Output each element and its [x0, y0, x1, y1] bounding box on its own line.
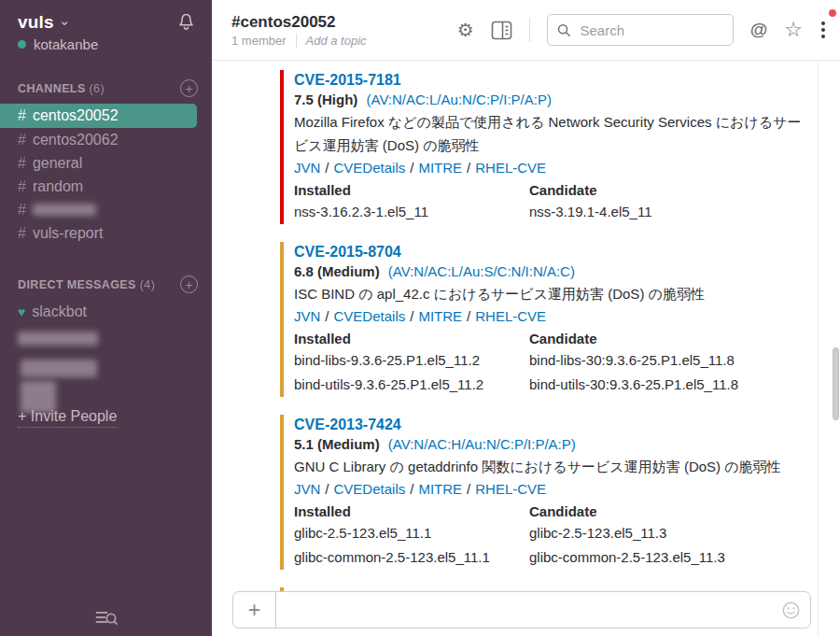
member-count[interactable]: 1 member: [231, 34, 287, 48]
reference-links: JVN/CVEDetails/MITRE/RHEL-CVE: [294, 478, 818, 500]
channel-label: general: [33, 155, 82, 172]
mitre-link[interactable]: MITRE: [418, 481, 462, 497]
invite-people-link[interactable]: + Invite People: [18, 408, 117, 428]
installed-package: bind-utils-9.3.6-25.P1.el5_11.2: [294, 373, 529, 397]
emoji-picker-icon[interactable]: [781, 601, 801, 620]
list-search-icon: [93, 607, 119, 629]
cve-id-link[interactable]: CVE-2013-7424: [294, 415, 401, 434]
attach-file-button[interactable]: +: [233, 592, 276, 628]
add-dm-icon[interactable]: +: [180, 276, 198, 293]
jvn-link[interactable]: JVN: [294, 160, 320, 176]
scrollbar-track: [818, 62, 819, 636]
channel-browser-search-icon[interactable]: [93, 607, 119, 632]
cve-id-link[interactable]: CVE-2015-8704: [294, 242, 401, 261]
bell-icon: [177, 12, 195, 32]
link-separator: /: [467, 481, 470, 497]
dm-header-label[interactable]: DIRECT MESSAGES (4): [18, 278, 155, 291]
blurred-channel-name: [33, 204, 96, 216]
link-separator: /: [467, 160, 470, 176]
sidebar-item-vuls-report[interactable]: # vuls-report: [0, 221, 212, 245]
cvedetails-link[interactable]: CVEDetails: [334, 160, 406, 176]
cve-attachment: CVE-2015-8704 6.8 (Medium) (AV:N/AC:L/Au…: [280, 242, 818, 397]
flexpane-toggle-icon[interactable]: [491, 21, 512, 40]
mitre-link[interactable]: MITRE: [418, 160, 462, 176]
cvedetails-link[interactable]: CVEDetails: [334, 308, 406, 324]
rhel-cve-link[interactable]: RHEL-CVE: [475, 160, 546, 176]
cvss-vector-link[interactable]: (AV:N/AC:L/Au:S/C:N/I:N/A:C): [388, 263, 575, 279]
cvss-vector-link[interactable]: (AV:N/AC:H/Au:N/C:P/I:P/A:P): [388, 436, 576, 452]
dm-label: DIRECT MESSAGES: [18, 278, 136, 291]
sidebar-item-blurred-channel[interactable]: #: [0, 198, 212, 221]
channel-label: vuls-report: [33, 225, 104, 242]
cve-id-link[interactable]: CVE-2015-7181: [294, 70, 401, 90]
dm-label: slackbot: [32, 304, 87, 320]
blurred-dm-name[interactable]: [18, 332, 98, 346]
add-topic-link[interactable]: Add a topic: [306, 34, 367, 48]
rhel-cve-link[interactable]: RHEL-CVE: [475, 481, 546, 497]
workspace-row: vuls ⌄: [0, 0, 212, 33]
installed-field: Installed glibc-2.5-123.el5_11.1 glibc-c…: [294, 502, 529, 570]
channel-label: centos20062: [33, 132, 119, 148]
sidebar-item-slackbot[interactable]: ♥ slackbot: [0, 300, 212, 323]
candidate-label: Candidate: [529, 180, 818, 200]
dm-list: ♥ slackbot: [0, 300, 212, 323]
rhel-cve-link[interactable]: RHEL-CVE: [475, 308, 546, 324]
package-fields: Installed bind-libs-9.3.6-25.P1.el5_11.2…: [294, 329, 818, 397]
jvn-link[interactable]: JVN: [294, 308, 320, 324]
starred-items-icon[interactable]: ☆: [784, 18, 803, 42]
cvedetails-link[interactable]: CVEDetails: [334, 481, 406, 497]
sidebar-item-random[interactable]: # random: [0, 175, 212, 198]
add-channel-icon[interactable]: +: [180, 79, 198, 97]
presence-dot-icon: [18, 40, 26, 49]
cvss-vector-link[interactable]: (AV:N/AC:L/Au:N/C:P/I:P/A:P): [367, 92, 552, 107]
scrollbar-thumb[interactable]: [833, 347, 839, 420]
sidebar-item-general[interactable]: # general: [0, 151, 212, 175]
package-fields: Installed nss-3.16.2.3-1.el5_11 Candidat…: [294, 180, 818, 224]
channel-title: #centos20052: [231, 12, 367, 32]
sidebar-item-centos20062[interactable]: # centos20062: [0, 128, 212, 151]
search-icon: [557, 22, 571, 38]
panel-icon: [491, 21, 512, 40]
installed-label: Installed: [294, 502, 529, 521]
installed-package: glibc-common-2.5-123.el5_11.1: [294, 545, 529, 570]
link-separator: /: [410, 160, 413, 176]
mentions-at-icon[interactable]: @: [750, 20, 768, 40]
link-separator: /: [410, 308, 413, 324]
mitre-link[interactable]: MITRE: [418, 308, 462, 324]
link-separator: /: [325, 308, 329, 324]
cve-attachment: CVE-2015-7181 7.5 (High) (AV:N/AC:L/Au:N…: [280, 70, 818, 224]
dm-section-header: DIRECT MESSAGES (4) +: [0, 276, 212, 293]
cve-attachment: CVE-2013-7424 5.1 (Medium) (AV:N/AC:H/Au…: [280, 415, 818, 570]
message-input[interactable]: [276, 592, 781, 628]
hash-icon: #: [18, 107, 26, 124]
search-input[interactable]: [579, 21, 723, 39]
message-list: CVE-2015-7181 7.5 (High) (AV:N/AC:L/Au:N…: [212, 61, 840, 636]
heart-icon: ♥: [18, 304, 25, 319]
blurred-dm-name[interactable]: [21, 360, 97, 377]
installed-field: Installed nss-3.16.2.3-1.el5_11: [294, 180, 529, 224]
channel-header: #centos20052 1 member Add a topic ⚙: [212, 0, 840, 61]
search-box[interactable]: [547, 14, 734, 46]
channels-header-label[interactable]: CHANNELS (6): [18, 82, 105, 95]
candidate-package: bind-libs-30:9.3.6-25.P1.el5_11.8: [529, 348, 818, 373]
installed-field: Installed bind-libs-9.3.6-25.P1.el5_11.2…: [294, 329, 529, 397]
more-options-icon[interactable]: [819, 20, 827, 40]
cvss-score: 6.8 (Medium): [294, 263, 380, 279]
channel-settings-gear-icon[interactable]: ⚙: [457, 21, 474, 39]
sidebar-item-centos20052[interactable]: # centos20052: [0, 104, 197, 128]
message-composer: +: [232, 591, 811, 629]
smiley-icon: [781, 601, 801, 620]
candidate-package: glibc-common-2.5-123.el5_11.3: [529, 545, 818, 570]
hash-icon: #: [18, 155, 26, 172]
candidate-package: bind-utils-30:9.3.6-25.P1.el5_11.8: [529, 373, 818, 397]
candidate-package: nss-3.19.1-4.el5_11: [529, 200, 818, 224]
toolbar-divider: [529, 19, 530, 42]
jvn-link[interactable]: JVN: [294, 481, 320, 497]
installed-package: glibc-2.5-123.el5_11.1: [294, 521, 529, 545]
workspace-menu-button[interactable]: vuls ⌄: [18, 12, 70, 33]
hash-icon: #: [18, 132, 26, 148]
cve-summary: Mozilla Firefox などの製品で使用される Network Secu…: [294, 110, 813, 157]
channel-meta: 1 member Add a topic: [231, 34, 367, 48]
current-user[interactable]: kotakanbe: [0, 36, 212, 52]
notifications-bell-icon[interactable]: [177, 12, 195, 32]
